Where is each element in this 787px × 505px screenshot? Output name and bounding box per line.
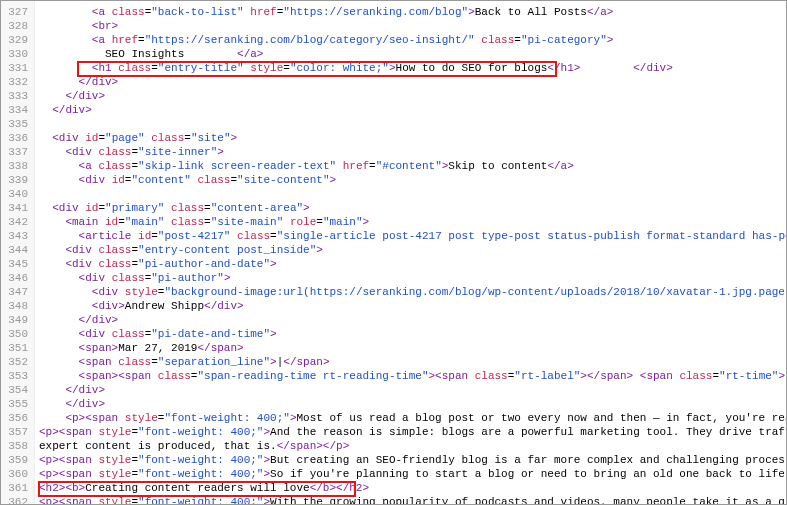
code-line[interactable]: <div class="pi-author"> (39, 271, 786, 285)
line-number: 357 (5, 425, 28, 439)
line-number: 339 (5, 173, 28, 187)
code-line[interactable]: <h2><b>Creating content readers will lov… (39, 481, 786, 495)
code-area[interactable]: <a class="back-to-list" href="https://se… (35, 1, 786, 504)
code-line[interactable]: <h1 class="entry-title" style="color: wh… (39, 61, 786, 75)
line-number: 331 (5, 61, 28, 75)
code-line[interactable]: expert content is produced, that is.</sp… (39, 439, 786, 453)
code-line[interactable]: <div class="pi-date-and-time"> (39, 327, 786, 341)
code-line[interactable]: <div class="entry-content post_inside"> (39, 243, 786, 257)
line-number-gutter: 3273283293303313323333343353363373383393… (1, 1, 35, 504)
line-number: 349 (5, 313, 28, 327)
code-editor: 3273283293303313323333343353363373383393… (1, 1, 786, 504)
line-number: 334 (5, 103, 28, 117)
code-line[interactable]: <div id="primary" class="content-area"> (39, 201, 786, 215)
line-number: 362 (5, 495, 28, 505)
line-number: 343 (5, 229, 28, 243)
line-number: 333 (5, 89, 28, 103)
code-line[interactable]: <p><span style="font-weight: 400;">But c… (39, 453, 786, 467)
line-number: 332 (5, 75, 28, 89)
code-line[interactable]: <div class="pi-author-and-date"> (39, 257, 786, 271)
line-number: 358 (5, 439, 28, 453)
line-number: 347 (5, 285, 28, 299)
line-number: 344 (5, 243, 28, 257)
code-line[interactable]: <p><span style="font-weight: 400;">With … (39, 495, 786, 504)
code-line[interactable] (39, 117, 786, 131)
code-line[interactable]: <p><span style="font-weight: 400;">And t… (39, 425, 786, 439)
line-number: 345 (5, 257, 28, 271)
line-number: 327 (5, 5, 28, 19)
code-line[interactable]: <p><span style="font-weight: 400;">Most … (39, 411, 786, 425)
code-line[interactable]: <div class="site-inner"> (39, 145, 786, 159)
code-line[interactable]: </div> (39, 397, 786, 411)
line-number: 335 (5, 117, 28, 131)
line-number: 336 (5, 131, 28, 145)
code-line[interactable]: <main id="main" class="site-main" role="… (39, 215, 786, 229)
code-line[interactable]: <p><span style="font-weight: 400;">So if… (39, 467, 786, 481)
code-line[interactable]: <span>Mar 27, 2019</span> (39, 341, 786, 355)
code-line[interactable]: </div> (39, 383, 786, 397)
line-number: 346 (5, 271, 28, 285)
code-line[interactable]: <div style="background-image:url(https:/… (39, 285, 786, 299)
line-number: 340 (5, 187, 28, 201)
code-line[interactable]: SEO Insights </a> (39, 47, 786, 61)
line-number: 341 (5, 201, 28, 215)
line-number: 351 (5, 341, 28, 355)
line-number: 359 (5, 453, 28, 467)
line-number: 352 (5, 355, 28, 369)
line-number: 330 (5, 47, 28, 61)
line-number: 328 (5, 19, 28, 33)
line-number: 350 (5, 327, 28, 341)
code-line[interactable]: </div> (39, 89, 786, 103)
code-line[interactable]: <span><span class="span-reading-time rt-… (39, 369, 786, 383)
line-number: 348 (5, 299, 28, 313)
code-line[interactable]: </div> (39, 103, 786, 117)
code-line[interactable]: </div> (39, 75, 786, 89)
code-line[interactable]: <a class="skip-link screen-reader-text" … (39, 159, 786, 173)
code-line[interactable]: <a href="https://seranking.com/blog/cate… (39, 33, 786, 47)
code-line[interactable] (39, 187, 786, 201)
line-number: 342 (5, 215, 28, 229)
code-line[interactable]: <span class="separation_line">|</span> (39, 355, 786, 369)
code-line[interactable]: <br> (39, 19, 786, 33)
line-number: 354 (5, 383, 28, 397)
line-number: 356 (5, 411, 28, 425)
code-line[interactable]: <div id="content" class="site-content"> (39, 173, 786, 187)
line-number: 361 (5, 481, 28, 495)
code-line[interactable]: <a class="back-to-list" href="https://se… (39, 5, 786, 19)
code-line[interactable]: </div> (39, 313, 786, 327)
line-number: 329 (5, 33, 28, 47)
line-number: 360 (5, 467, 28, 481)
code-line[interactable]: <article id="post-4217" class="single-ar… (39, 229, 786, 243)
line-number: 355 (5, 397, 28, 411)
code-line[interactable]: <div>Andrew Shipp</div> (39, 299, 786, 313)
line-number: 353 (5, 369, 28, 383)
line-number: 338 (5, 159, 28, 173)
code-line[interactable]: <div id="page" class="site"> (39, 131, 786, 145)
line-number: 337 (5, 145, 28, 159)
